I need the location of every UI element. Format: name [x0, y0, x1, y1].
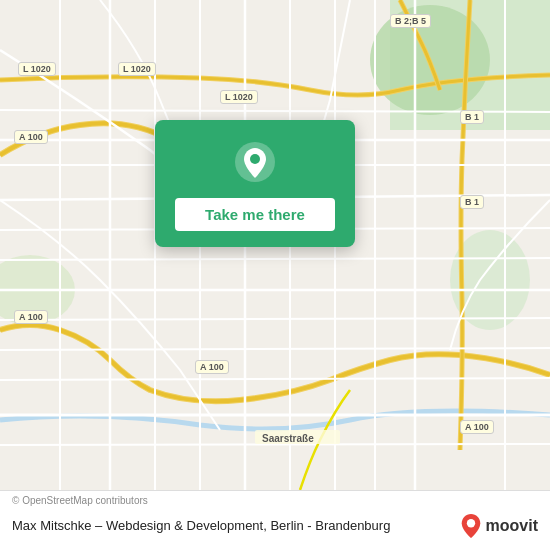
location-card: Take me there — [155, 120, 355, 247]
take-me-there-button[interactable]: Take me there — [175, 198, 335, 231]
road-label-l1020-mid: L 1020 — [118, 62, 156, 76]
moovit-brand-text: moovit — [486, 517, 538, 535]
svg-line-10 — [0, 378, 550, 380]
road-label-saarstrasse: Saarstraße — [258, 432, 318, 445]
road-label-a100-left: A 100 — [14, 130, 48, 144]
road-label-a100-bottom-left: A 100 — [14, 310, 48, 324]
svg-point-28 — [250, 154, 260, 164]
road-label-a100-bottom-mid: A 100 — [195, 360, 229, 374]
road-label-a100-bottom-right: A 100 — [460, 420, 494, 434]
moovit-pin-icon — [460, 513, 482, 539]
destination-text: Max Mitschke – Webdesign & Development, … — [12, 518, 460, 533]
moovit-logo: moovit — [460, 513, 538, 539]
attribution-text: © OpenStreetMap contributors — [12, 495, 148, 506]
location-pin-icon — [233, 140, 277, 184]
road-label-l1020-left: L 1020 — [18, 62, 56, 76]
map-container: L 1020 L 1020 L 1020 B 2;B 5 B 1 B 1 A 1… — [0, 0, 550, 490]
svg-point-29 — [466, 519, 474, 527]
bottom-bar: © OpenStreetMap contributors Max Mitschk… — [0, 490, 550, 550]
road-label-b1-mid: B 1 — [460, 195, 484, 209]
road-label-b1-top: B 1 — [460, 110, 484, 124]
road-label-l1020-right: L 1020 — [220, 90, 258, 104]
svg-line-9 — [0, 348, 550, 350]
road-label-b2b5: B 2;B 5 — [390, 14, 431, 28]
